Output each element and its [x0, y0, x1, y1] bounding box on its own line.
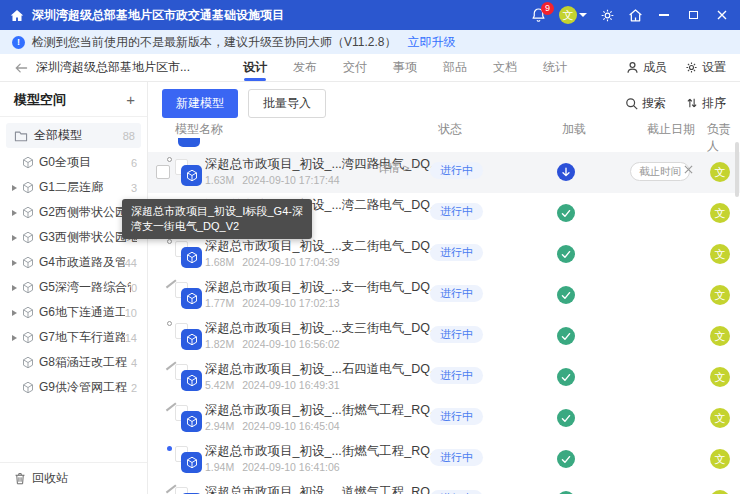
sidebar-item-9[interactable]: G9供冷管网工程2 [0, 375, 147, 400]
scrollbar[interactable] [735, 142, 739, 197]
model-cube-icon [22, 356, 34, 369]
upgrade-now-link[interactable]: 立即升级 [407, 34, 455, 51]
tab-2[interactable]: 交付 [343, 54, 367, 82]
members-button[interactable]: 成员 [626, 59, 667, 76]
expand-caret-icon[interactable] [12, 285, 17, 291]
sidebar-item-5[interactable]: G5深湾一路综合管...0 [0, 275, 147, 300]
owner-avatar[interactable]: 文 [710, 490, 730, 494]
model-cube-icon [22, 156, 34, 169]
table-row[interactable]: 深超总市政项目_初设_...道燃气工程_RQ...3.08M2024-09-10… [148, 480, 740, 494]
tab-1[interactable]: 发布 [293, 54, 317, 82]
owner-avatar[interactable]: 文 [710, 203, 730, 223]
new-model-button[interactable]: 新建模型 [162, 89, 238, 118]
notification-badge: 9 [541, 2, 554, 15]
sidebar-item-all-models[interactable]: 全部模型 88 [6, 123, 141, 148]
tab-6[interactable]: 统计 [543, 54, 567, 82]
model-icon [174, 445, 204, 475]
maximize-button[interactable] [685, 7, 701, 23]
row-checkbox[interactable] [156, 165, 170, 179]
model-title[interactable]: 深超总市政项目_初设_...街燃气工程_RQ... [205, 443, 435, 460]
search-button[interactable]: 搜索 [625, 95, 666, 112]
detail-link[interactable]: 详情 > [378, 161, 409, 176]
model-meta: 1.63M2024-09-10 17:17:44 [205, 174, 340, 186]
sidebar-item-7[interactable]: G7地下车行道路工程14 [0, 325, 147, 350]
sort-button[interactable]: 排序 [686, 95, 726, 112]
tab-5[interactable]: 文档 [493, 54, 517, 82]
minimize-button[interactable] [656, 7, 672, 23]
model-icon-partial [178, 138, 200, 147]
tab-3[interactable]: 事项 [393, 54, 417, 82]
owner-avatar[interactable]: 文 [710, 162, 730, 182]
model-title[interactable]: 深超总市政项目_初设_...支三街电气_DQ... [205, 320, 435, 337]
home-page-icon[interactable] [628, 8, 643, 22]
table-row[interactable]: 深超总市政项目_初设_...湾四路电气_DQ...1.63M2024-09-10… [148, 152, 740, 193]
model-space-sidebar: 模型空间 + 全部模型 88 G0全项目6G1二层连廊3G2西侧带状公园1G3西… [0, 82, 148, 494]
model-size: 1.68M [205, 256, 234, 268]
user-avatar[interactable]: 文 [559, 6, 577, 24]
settings-button[interactable]: 设置 [685, 59, 726, 76]
version-dot-marker [167, 239, 172, 244]
settings-label: 设置 [702, 59, 726, 76]
recycle-bin-button[interactable]: 回收站 [0, 462, 147, 494]
expand-caret-icon[interactable] [12, 335, 17, 341]
model-title[interactable]: 深超总市政项目_初设_...街燃气工程_RQ... [205, 402, 435, 419]
table-row[interactable]: 深超总市政项目_初设_...石四道电气_DQ...5.42M2024-09-10… [148, 357, 740, 398]
loaded-check-icon [557, 327, 575, 345]
model-name-tooltip: 深超总市政项目_初设_Ⅰ标段_G4-深 湾支一街电气_DQ_V2 [122, 199, 312, 239]
table-row[interactable]: 深超总市政项目_初设_...街燃气工程_RQ...1.94M2024-09-10… [148, 439, 740, 480]
tab-4[interactable]: 部品 [443, 54, 467, 82]
download-icon[interactable] [557, 163, 575, 181]
add-model-space-button[interactable]: + [126, 93, 135, 107]
table-header: 模型名称状态加载截止日期负责人 [148, 118, 740, 138]
model-cube-icon [181, 165, 202, 186]
sidebar-item-label: G2西侧带状公园 [39, 204, 131, 221]
table-row[interactable]: 深超总市政项目_初设_...支一街电气_DQ...1.77M2024-09-10… [148, 275, 740, 316]
model-title[interactable]: 深超总市政项目_初设_...道燃气工程_RQ... [205, 484, 435, 494]
sidebar-item-1[interactable]: G1二层连廊3 [0, 175, 147, 200]
notification-bell-icon[interactable]: 9 [531, 7, 546, 23]
expand-caret-icon[interactable] [12, 310, 17, 316]
model-title[interactable]: 深超总市政项目_初设_...支一街电气_DQ... [205, 279, 435, 296]
model-cube-icon [181, 247, 202, 268]
clear-deadline-icon[interactable] [684, 165, 693, 174]
model-size: 5.42M [205, 379, 234, 391]
model-size: 2.94M [205, 420, 234, 432]
tab-0[interactable]: 设计 [243, 54, 267, 82]
column-header-3: 截止日期 [647, 121, 695, 138]
model-title[interactable]: 深超总市政项目_初设_...石四道电气_DQ... [205, 361, 435, 378]
model-list: 深超总市政项目_初设_...湾四路电气_DQ...1.63M2024-09-10… [148, 138, 740, 494]
back-arrow-icon[interactable] [14, 62, 28, 74]
tab-bar: 设计发布交付事项部品文档统计 [243, 54, 567, 82]
owner-avatar[interactable]: 文 [710, 449, 730, 469]
owner-avatar[interactable]: 文 [710, 244, 730, 264]
breadcrumb-project-title[interactable]: 深圳湾超级总部基地片区市... [36, 59, 190, 76]
home-icon[interactable] [10, 9, 24, 22]
deadline-button[interactable]: 截止时间 [630, 162, 690, 181]
table-row[interactable]: 深超总市政项目_初设_...街燃气工程_RQ...2.94M2024-09-10… [148, 398, 740, 439]
model-icon [174, 486, 204, 494]
settings-gear-icon[interactable] [600, 8, 615, 23]
info-icon: ! [12, 36, 25, 49]
model-cube-icon [22, 281, 34, 294]
owner-avatar[interactable]: 文 [710, 367, 730, 387]
expand-caret-icon[interactable] [12, 210, 17, 216]
expand-caret-icon[interactable] [12, 185, 17, 191]
expand-caret-icon[interactable] [12, 235, 17, 241]
model-icon [174, 281, 204, 311]
sidebar-item-6[interactable]: G6地下连通道工程10 [0, 300, 147, 325]
sidebar-item-4[interactable]: G4市政道路及管线...44 [0, 250, 147, 275]
user-menu[interactable]: 文 [559, 6, 587, 24]
owner-avatar[interactable]: 文 [710, 285, 730, 305]
model-title[interactable]: 深超总市政项目_初设_...支二街电气_DQ... [205, 238, 435, 255]
owner-avatar[interactable]: 文 [710, 408, 730, 428]
expand-caret-icon[interactable] [12, 260, 17, 266]
sidebar-item-8[interactable]: G8箱涵迁改工程4 [0, 350, 147, 375]
sidebar-item-label: G6地下连通道工程 [39, 304, 125, 321]
batch-import-button[interactable]: 批量导入 [248, 89, 326, 118]
close-button[interactable] [714, 7, 730, 23]
more-button[interactable]: ... [412, 157, 425, 171]
owner-avatar[interactable]: 文 [710, 326, 730, 346]
table-row[interactable]: 深超总市政项目_初设_...支二街电气_DQ...1.68M2024-09-10… [148, 234, 740, 275]
sidebar-item-0[interactable]: G0全项目6 [0, 150, 147, 175]
table-row[interactable]: 深超总市政项目_初设_...支三街电气_DQ...1.82M2024-09-10… [148, 316, 740, 357]
